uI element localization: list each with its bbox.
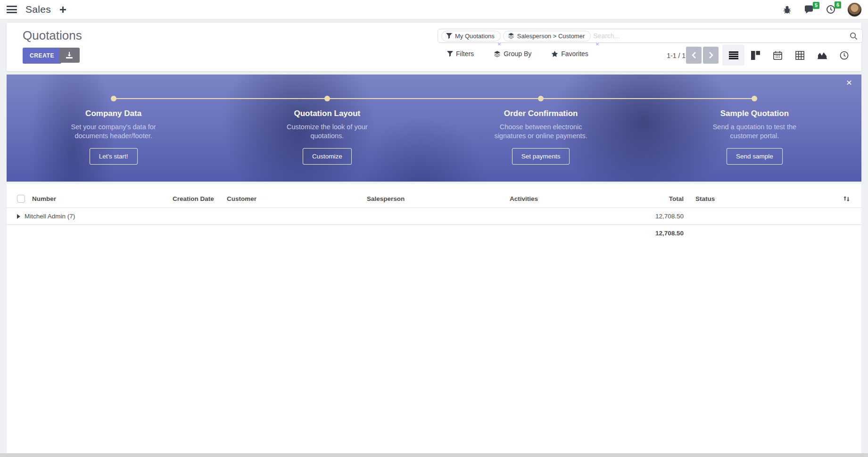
step-dot xyxy=(111,96,116,101)
step-title: Company Data xyxy=(85,109,141,118)
step-dot xyxy=(752,96,757,101)
page-title: Quotations xyxy=(23,28,82,43)
onboarding-step-sample-quotation: Sample Quotation Send a quotation to tes… xyxy=(648,75,861,182)
column-header-activities[interactable]: Activities xyxy=(508,190,582,208)
create-button[interactable]: CREATE xyxy=(23,48,61,64)
customize-button[interactable]: Customize xyxy=(303,148,352,165)
step-title: Quotation Layout xyxy=(294,109,361,118)
navbar-left: Sales xyxy=(7,4,66,15)
facet-label: Salesperson > Customer xyxy=(517,33,585,40)
onboarding-banner: Company Data Set your company's data for… xyxy=(7,75,861,182)
list-view-button[interactable] xyxy=(722,45,744,66)
step-description: Choose between electronic signatures or … xyxy=(493,123,589,141)
graph-view-button[interactable] xyxy=(811,45,833,66)
search-facet-my-quotations[interactable]: My Quotations xyxy=(441,31,501,42)
search-options-row: Filters Group By Favorites xyxy=(447,50,588,58)
search-facet-groupby[interactable]: Salesperson > Customer xyxy=(503,31,591,42)
step-description: Send a quotation to test the customer po… xyxy=(706,123,803,141)
group-expand-icon[interactable] xyxy=(17,214,20,219)
column-header-total[interactable]: Total xyxy=(582,190,686,208)
search-bar[interactable]: My Quotations Salesperson > Customer × × xyxy=(438,29,863,43)
group-total: 12,708.50 xyxy=(582,208,686,225)
column-header-status[interactable]: Status xyxy=(686,190,832,208)
messages-icon[interactable]: 5 xyxy=(804,5,814,14)
set-payments-button[interactable]: Set payments xyxy=(512,148,570,165)
layers-icon xyxy=(508,33,514,39)
calendar-view-button[interactable] xyxy=(767,45,789,66)
favorites-menu[interactable]: Favorites xyxy=(551,50,588,58)
onboarding-step-company-data: Company Data Set your company's data for… xyxy=(7,75,220,182)
messages-badge: 5 xyxy=(813,2,819,9)
facet-remove-icon[interactable]: × xyxy=(497,41,501,47)
step-title: Sample Quotation xyxy=(720,109,789,118)
favorites-label: Favorites xyxy=(561,50,588,58)
layers-icon xyxy=(494,50,501,58)
search-icon[interactable] xyxy=(850,32,858,40)
select-all-checkbox[interactable] xyxy=(17,195,25,203)
step-description: Set your company's data for documents he… xyxy=(65,123,162,141)
star-icon xyxy=(551,50,558,58)
user-avatar[interactable] xyxy=(848,3,861,17)
column-header-number[interactable]: Number xyxy=(30,190,171,208)
pager-previous-button[interactable] xyxy=(686,47,702,64)
bottom-strip xyxy=(0,453,868,457)
activities-badge: 6 xyxy=(835,1,841,8)
close-icon[interactable]: × xyxy=(846,77,852,87)
lets-start-button[interactable]: Let's start! xyxy=(90,148,138,165)
group-row-mitchell-admin[interactable]: Mitchell Admin (7) 12,708.50 xyxy=(7,208,861,225)
pivot-view-button[interactable] xyxy=(789,45,811,66)
send-sample-button[interactable]: Send sample xyxy=(727,148,783,165)
activities-clock-icon[interactable]: 6 xyxy=(826,5,835,14)
download-icon xyxy=(66,52,73,58)
step-description: Customize the look of your quotations. xyxy=(279,123,375,141)
odoo-sales-screen: Sales 5 6 xyxy=(0,0,868,457)
export-button[interactable] xyxy=(59,48,80,63)
activity-view-button[interactable] xyxy=(833,45,855,66)
pager-next-button[interactable] xyxy=(703,47,719,64)
step-dot xyxy=(324,96,330,101)
footer-total: 12,708.50 xyxy=(582,225,686,242)
column-header-creation-date[interactable]: Creation Date xyxy=(171,190,225,208)
quotations-list: Number Creation Date Customer Salesperso… xyxy=(7,183,861,453)
navbar-systray: 5 6 xyxy=(783,3,861,17)
debug-bug-icon[interactable] xyxy=(783,5,792,14)
apps-menu-icon[interactable] xyxy=(7,6,17,13)
app-name[interactable]: Sales xyxy=(25,4,51,15)
step-dot xyxy=(538,96,544,101)
onboarding-step-quotation-layout: Quotation Layout Customize the look of y… xyxy=(220,75,434,182)
list-header-row: Number Creation Date Customer Salesperso… xyxy=(7,190,861,208)
plus-icon[interactable] xyxy=(59,6,66,13)
kanban-view-button[interactable] xyxy=(744,45,767,66)
step-title: Order Confirmation xyxy=(504,109,578,118)
column-header-customer[interactable]: Customer xyxy=(225,190,365,208)
search-input[interactable] xyxy=(593,32,850,40)
view-switcher xyxy=(722,45,855,66)
group-label: Mitchell Admin (7) xyxy=(25,213,75,220)
filter-icon xyxy=(447,51,453,57)
filter-icon xyxy=(446,33,452,39)
group-by-label: Group By xyxy=(504,50,531,58)
control-panel: Quotations CREATE My Quotations Salesper… xyxy=(7,23,861,71)
optional-columns-icon[interactable] xyxy=(834,195,860,202)
facet-label: My Quotations xyxy=(455,33,495,40)
list-footer-row: 12,708.50 xyxy=(7,225,861,242)
pager-value: 1-1 / 1 xyxy=(638,48,686,64)
filters-label: Filters xyxy=(456,50,474,58)
filters-menu[interactable]: Filters xyxy=(447,50,474,58)
onboarding-step-order-confirmation: Order Confirmation Choose between electr… xyxy=(434,75,648,182)
column-header-salesperson[interactable]: Salesperson xyxy=(365,190,508,208)
facet-remove-icon[interactable]: × xyxy=(595,41,599,47)
group-by-menu[interactable]: Group By xyxy=(494,50,531,58)
top-navbar: Sales 5 6 xyxy=(0,0,868,19)
